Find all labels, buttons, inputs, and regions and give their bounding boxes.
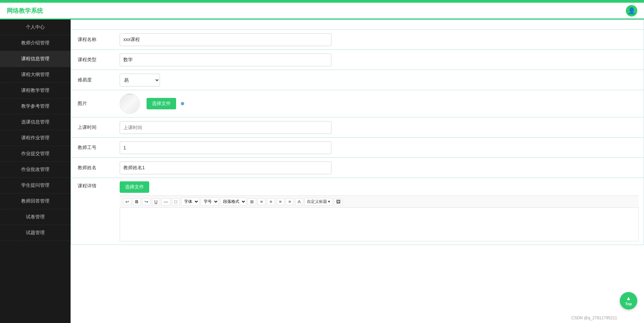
difficulty-label: 难易度 (71, 74, 115, 86)
sidebar-item-personal-center[interactable]: 个人中心 (0, 20, 71, 35)
teacher-name-input[interactable] (120, 162, 331, 174)
teacher-id-value (115, 138, 644, 157)
sidebar: 个人中心 教师介绍管理 课程信息管理 课程大纲管理 课程教学管理 教学参考管理 … (0, 20, 71, 323)
header: 网络教学系统 👤 (0, 3, 644, 20)
course-name-value (115, 30, 644, 49)
sidebar-item-teaching-ref[interactable]: 教学参考管理 (0, 99, 71, 114)
toolbar-color-btn[interactable]: A (295, 198, 303, 205)
course-type-value (115, 50, 644, 70)
teacher-id-label: 教师工号 (71, 141, 115, 154)
sidebar-item-course-homework[interactable]: 课程作业管理 (0, 130, 71, 146)
top-arrow-icon: ▲ (626, 296, 631, 301)
app-title: 网络教学系统 (7, 7, 43, 15)
editor-content-area: 选择文件 ↩ B ↪ U — □ 字体 字号 段落格式 ⊞ ≡ (115, 178, 644, 245)
editor-body[interactable] (120, 208, 639, 241)
toolbar-custom-heading-btn[interactable]: 自定义标题 ▾ (305, 198, 332, 206)
toolbar-image-btn[interactable]: 🖼 (334, 198, 343, 205)
toolbar-table-btn[interactable]: ⊞ (248, 198, 256, 205)
sidebar-item-exam-paper[interactable]: 试卷管理 (0, 209, 71, 225)
top-button-label: Top (625, 302, 632, 306)
select-file-button[interactable]: 选择文件 (147, 98, 176, 109)
difficulty-value: 易 中 难 (115, 70, 644, 90)
toolbar-size-select[interactable]: 字号 (201, 198, 219, 206)
course-name-input[interactable] (120, 33, 331, 46)
toolbar-undo-btn[interactable]: ↩ (123, 198, 131, 205)
difficulty-select[interactable]: 易 中 难 (120, 74, 160, 86)
editor-toolbar: ↩ B ↪ U — □ 字体 字号 段落格式 ⊞ ≡ ≡ ≡ ≡ (120, 195, 639, 208)
scroll-top-strip (71, 20, 644, 30)
course-name-row: 课程名称 (71, 30, 644, 50)
toolbar-redo-btn[interactable]: ↪ (142, 198, 151, 205)
course-type-row: 课程类型 (71, 50, 644, 70)
toolbar-align-left-btn[interactable]: ≡ (257, 198, 266, 205)
image-row: 图片 选择文件 (71, 90, 644, 117)
class-time-input[interactable] (120, 121, 331, 134)
course-detail-row: 课程详情 选择文件 ↩ B ↪ U — □ 字体 字号 段 (71, 178, 644, 245)
sidebar-item-teacher-answer[interactable]: 教师回答管理 (0, 193, 71, 209)
sidebar-item-course-select[interactable]: 选课信息管理 (0, 114, 71, 130)
toolbar-align-justify-btn[interactable]: ≡ (286, 198, 294, 205)
teacher-id-input[interactable] (120, 141, 331, 154)
sidebar-item-course-info[interactable]: 课程信息管理 (0, 51, 71, 67)
course-type-input[interactable] (120, 53, 331, 66)
image-value: 选择文件 (115, 90, 644, 117)
toolbar-underline-btn[interactable]: U (152, 198, 160, 205)
main-content: 课程名称 课程类型 难易度 易 中 难 图片 选择文件 (71, 20, 644, 323)
toolbar-dash-btn[interactable]: — (161, 198, 170, 205)
sidebar-item-course-outline[interactable]: 课程大纲管理 (0, 67, 71, 83)
toolbar-bold-btn[interactable]: B (133, 198, 141, 205)
image-preview-inner (120, 94, 139, 113)
sidebar-item-homework-submit[interactable]: 作业提交管理 (0, 146, 71, 162)
user-avatar[interactable]: 👤 (626, 5, 637, 16)
sidebar-item-homework-grade[interactable]: 作业批改管理 (0, 162, 71, 178)
cursor-indicator (181, 102, 184, 105)
image-preview (120, 94, 140, 114)
course-name-label: 课程名称 (71, 33, 115, 46)
toolbar-format-select[interactable]: 段落格式 (220, 198, 246, 206)
select-file-button-2[interactable]: 选择文件 (120, 181, 149, 193)
teacher-name-row: 教师姓名 (71, 158, 644, 178)
class-time-label: 上课时间 (71, 121, 115, 134)
editor-file-section: 选择文件 (120, 181, 639, 193)
watermark: CSDN @q_27811795211 (571, 316, 617, 320)
image-label: 图片 (71, 97, 115, 110)
sidebar-item-exam-question[interactable]: 试题管理 (0, 225, 71, 241)
scroll-to-top-button[interactable]: ▲ Top (620, 292, 637, 310)
toolbar-align-right-btn[interactable]: ≡ (276, 198, 284, 205)
teacher-id-row: 教师工号 (71, 138, 644, 158)
course-detail-label: 课程详情 (71, 178, 115, 194)
teacher-name-value (115, 158, 644, 178)
difficulty-row: 难易度 易 中 难 (71, 70, 644, 90)
sidebar-item-student-question[interactable]: 学生提问管理 (0, 178, 71, 193)
toolbar-box-btn[interactable]: □ (172, 198, 180, 205)
class-time-row: 上课时间 (71, 117, 644, 138)
teacher-name-label: 教师姓名 (71, 162, 115, 174)
toolbar-font-select[interactable]: 字体 (181, 198, 199, 206)
class-time-value (115, 118, 644, 137)
toolbar-align-center-btn[interactable]: ≡ (267, 198, 275, 205)
top-stripe (0, 0, 644, 3)
sidebar-item-teacher-intro[interactable]: 教师介绍管理 (0, 35, 71, 51)
sidebar-item-course-teaching[interactable]: 课程教学管理 (0, 83, 71, 99)
course-type-label: 课程类型 (71, 53, 115, 66)
